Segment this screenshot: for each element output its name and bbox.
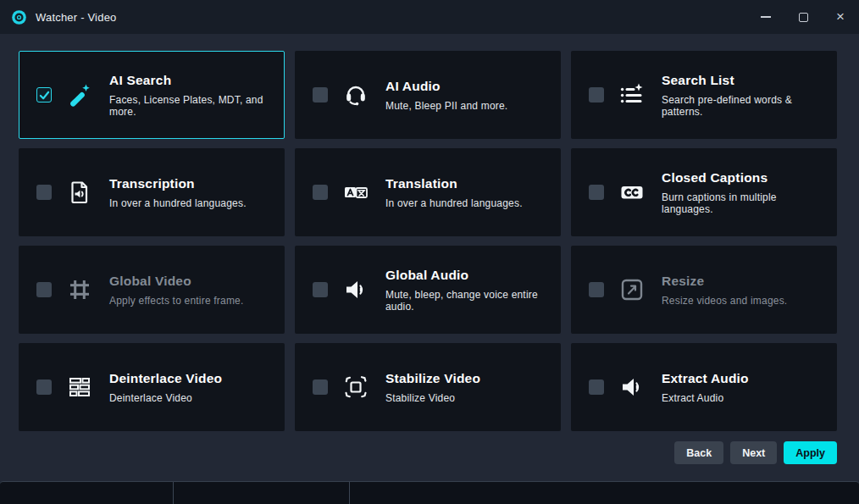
ai-search-checkbox[interactable] (36, 87, 52, 102)
list-sparkle-icon (617, 80, 647, 110)
background-panel-right (350, 481, 859, 504)
transcription-checkbox[interactable] (36, 185, 52, 200)
card-subtitle: In over a hundred languages. (109, 197, 247, 209)
closed-captions-checkbox[interactable] (589, 185, 604, 200)
card-title: Closed Captions (662, 170, 829, 186)
magic-wand-icon (64, 80, 95, 110)
minimize-button[interactable] (747, 0, 784, 34)
card-closed-captions[interactable]: Closed Captions Burn captions in multipl… (571, 148, 837, 236)
deinterlace-rows-icon (64, 372, 95, 402)
resize-checkbox[interactable] (589, 282, 604, 297)
watcher-video-window: Watcher - Video × (0, 0, 859, 504)
background-panel-middle (174, 481, 350, 504)
background-app-strip (0, 481, 859, 504)
titlebar: Watcher - Video × (0, 0, 859, 34)
card-title: Translation (385, 176, 523, 191)
extract-audio-checkbox[interactable] (589, 379, 604, 395)
card-search-list[interactable]: Search List Search pre-defined words & p… (571, 51, 837, 139)
options-grid: AI Search Faces, License Plates, MDT, an… (19, 51, 837, 431)
footer-actions: Back Next Apply (19, 441, 837, 464)
frame-icon (64, 274, 95, 305)
app-logo-swirl-icon (11, 9, 27, 25)
card-ai-search[interactable]: AI Search Faces, License Plates, MDT, an… (19, 51, 285, 139)
document-audio-icon (64, 177, 95, 208)
card-title: Global Video (109, 274, 244, 289)
speaker-icon (341, 274, 371, 305)
next-button[interactable]: Next (730, 441, 777, 464)
window-title: Watcher - Video (36, 11, 117, 24)
card-transcription[interactable]: Transcription In over a hundred language… (19, 148, 285, 236)
card-ai-audio[interactable]: AI Audio Mute, Bleep PII and more. (295, 51, 561, 139)
ai-audio-checkbox[interactable] (313, 87, 328, 102)
card-title: Transcription (109, 176, 247, 191)
speaker-icon (617, 372, 647, 402)
card-translation[interactable]: Translation In over a hundred languages. (295, 148, 561, 236)
card-subtitle: Faces, License Plates, MDT, and more. (109, 94, 277, 118)
deinterlace-video-checkbox[interactable] (36, 379, 52, 395)
card-subtitle: In over a hundred languages. (385, 197, 523, 209)
card-subtitle: Mute, bleep, change voice entire audio. (385, 289, 553, 313)
closed-captions-icon (617, 177, 647, 208)
translate-icon (341, 177, 371, 208)
card-subtitle: Search pre-defined words & patterns. (662, 94, 829, 118)
resize-arrow-icon (617, 274, 647, 305)
card-subtitle: Resize videos and images. (662, 295, 787, 307)
window-controls: × (747, 0, 859, 34)
card-title: Global Audio (385, 268, 553, 283)
card-resize[interactable]: Resize Resize videos and images. (571, 246, 837, 334)
close-button[interactable]: × (822, 0, 859, 34)
card-title: AI Search (109, 73, 277, 88)
card-title: Deinterlace Video (109, 371, 222, 386)
maximize-button[interactable] (784, 0, 822, 34)
card-title: AI Audio (385, 79, 507, 94)
card-subtitle: Extract Audio (662, 392, 749, 404)
global-video-checkbox[interactable] (36, 282, 52, 297)
card-global-audio[interactable]: Global Audio Mute, bleep, change voice e… (295, 246, 561, 334)
card-subtitle: Deinterlace Video (109, 392, 222, 404)
check-icon (39, 90, 50, 101)
card-subtitle: Apply effects to entire frame. (109, 295, 244, 307)
global-audio-checkbox[interactable] (313, 282, 328, 297)
card-title: Search List (662, 73, 829, 88)
card-extract-audio[interactable]: Extract Audio Extract Audio (571, 343, 837, 431)
card-subtitle: Mute, Bleep PII and more. (385, 100, 507, 112)
stabilize-brackets-icon (341, 372, 371, 402)
card-title: Resize (662, 274, 787, 289)
card-title: Stabilize Video (385, 371, 480, 386)
card-deinterlace-video[interactable]: Deinterlace Video Deinterlace Video (19, 343, 285, 431)
card-global-video[interactable]: Global Video Apply effects to entire fra… (19, 246, 285, 334)
card-title: Extract Audio (662, 371, 749, 386)
stabilize-video-checkbox[interactable] (313, 379, 328, 395)
search-list-checkbox[interactable] (589, 87, 604, 102)
options-panel: AI Search Faces, License Plates, MDT, an… (0, 34, 859, 481)
apply-button[interactable]: Apply (784, 441, 837, 464)
card-stabilize-video[interactable]: Stabilize Video Stabilize Video (295, 343, 561, 431)
background-panel-left (0, 481, 174, 504)
card-subtitle: Burn captions in multiple languages. (662, 191, 829, 215)
headset-icon (341, 80, 371, 110)
translation-checkbox[interactable] (313, 185, 328, 200)
back-button[interactable]: Back (674, 441, 723, 464)
card-subtitle: Stabilize Video (385, 392, 480, 404)
